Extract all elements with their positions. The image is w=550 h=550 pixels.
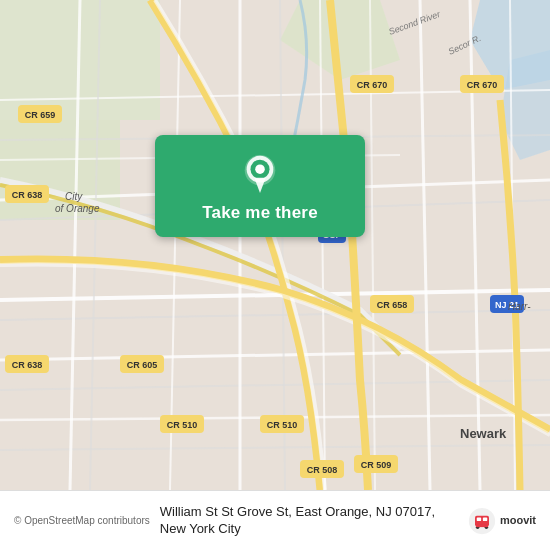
moovit-icon [468, 507, 496, 535]
svg-text:CR 670: CR 670 [357, 80, 388, 90]
svg-marker-61 [254, 178, 265, 193]
svg-text:CR 510: CR 510 [167, 420, 198, 430]
moovit-text: moovit [500, 514, 536, 526]
svg-text:CR 638: CR 638 [12, 360, 43, 370]
svg-text:Newark: Newark [460, 426, 507, 441]
take-me-there-button[interactable]: Take me there [155, 135, 365, 237]
svg-point-60 [255, 164, 265, 174]
svg-text:CR 509: CR 509 [361, 460, 392, 470]
map-container: CR 638 CR 638 CR 605 CR 510 CR 510 CR 65… [0, 0, 550, 490]
location-pin-icon [242, 153, 278, 195]
map-background: CR 638 CR 638 CR 605 CR 510 CR 510 CR 65… [0, 0, 550, 490]
svg-text:City: City [65, 191, 83, 202]
svg-rect-64 [477, 517, 481, 521]
svg-text:CR 659: CR 659 [25, 110, 56, 120]
moovit-logo: moovit [468, 507, 536, 535]
button-label: Take me there [202, 203, 318, 223]
svg-text:CR 658: CR 658 [377, 300, 408, 310]
svg-rect-65 [483, 517, 487, 521]
svg-text:of Orange: of Orange [55, 203, 100, 214]
svg-rect-68 [476, 524, 488, 527]
svg-text:CR 605: CR 605 [127, 360, 158, 370]
svg-text:Harr-: Harr- [508, 301, 531, 312]
svg-text:CR 510: CR 510 [267, 420, 298, 430]
bottom-bar: © OpenStreetMap contributors William St … [0, 490, 550, 550]
address-text: William St St Grove St, East Orange, NJ … [160, 504, 458, 538]
svg-text:CR 508: CR 508 [307, 465, 338, 475]
copyright-text: © OpenStreetMap contributors [14, 515, 150, 526]
svg-text:CR 638: CR 638 [12, 190, 43, 200]
svg-text:CR 670: CR 670 [467, 80, 498, 90]
